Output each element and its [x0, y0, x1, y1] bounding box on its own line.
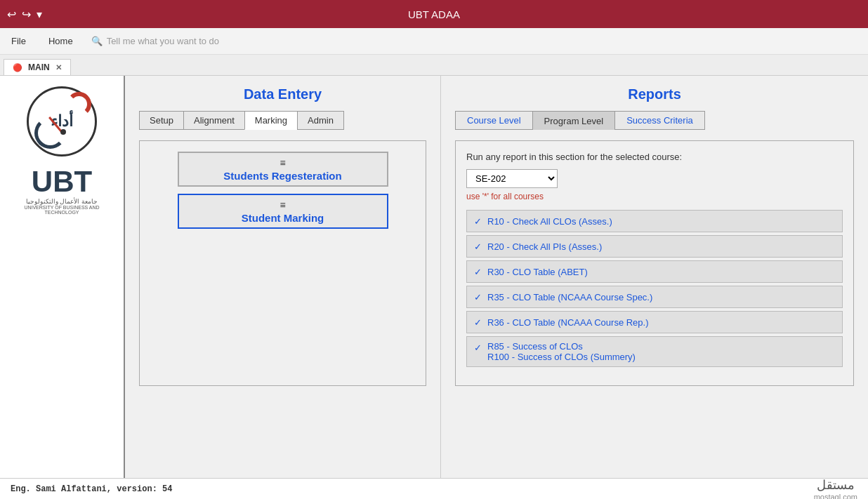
sidebar: أداء UBT جامعة الأعمال والتكنولوجيا UNIV… [0, 76, 125, 478]
panels-row: أداء UBT جامعة الأعمال والتكنولوجيا UNIV… [0, 76, 868, 478]
reports-panel: Reports Course Level Program Level Succe… [441, 76, 868, 478]
main-tab-label: MAIN [28, 62, 50, 72]
undo-icon[interactable]: ↩ [7, 8, 16, 21]
data-entry-title: Data Entery [139, 86, 426, 102]
close-tab-icon[interactable]: ✕ [55, 63, 62, 72]
tab-admin[interactable]: Admin [297, 111, 344, 130]
file-menu[interactable]: File [7, 33, 30, 49]
footer: Eng. Sami Alfattani, version: 54 مستقل m… [0, 478, 868, 499]
students-reg-label: Students Regesteration [223, 170, 341, 182]
footer-logo-arabic: مستقل [814, 477, 857, 493]
footer-logo: مستقل mostaql.com [814, 477, 857, 500]
report-item-r10[interactable]: ✓ R10 - Check All CLOs (Asses.) [466, 210, 843, 232]
title-bar-controls: ↩ ↪ ▾ [7, 8, 42, 21]
report-list: ✓ R10 - Check All CLOs (Asses.) ✓ R20 - … [466, 210, 843, 367]
check-icon-r20: ✓ [474, 241, 482, 252]
app-title: UBT ADAA [408, 8, 460, 20]
data-entry-panel: Data Entery Setup Alignment Marking Admi… [125, 76, 441, 478]
tab-program-level[interactable]: Program Level [532, 111, 615, 130]
student-marking-icon: ≡ [280, 199, 285, 211]
logo-dot [60, 129, 66, 135]
home-menu[interactable]: Home [44, 33, 77, 49]
content-wrapper: أداء UBT جامعة الأعمال والتكنولوجيا UNIV… [0, 76, 868, 499]
report-item-r10-label: R10 - Check All CLOs (Asses.) [487, 216, 612, 227]
report-item-r85-label: R85 - Success of CLOs [487, 341, 636, 352]
report-item-r20-label: R20 - Check All PIs (Asses.) [487, 241, 602, 252]
reports-panel-inner: Run any report in this section for the s… [455, 140, 854, 386]
footer-version-text: Eng. Sami Alfattani, version: 54 [11, 484, 172, 494]
report-item-r36-label: R36 - CLO Table (NCAAA Course Rep.) [487, 317, 649, 328]
student-marking-label: Student Marking [242, 212, 324, 224]
footer-logo-english: mostaql.com [814, 493, 857, 500]
reports-title: Reports [455, 86, 854, 102]
search-bar: 🔍 Tell me what you want to do [91, 36, 219, 46]
course-select[interactable]: SE-202 [466, 169, 558, 188]
report-item-r35-label: R35 - CLO Table (NCAAA Course Spec.) [487, 292, 652, 302]
tab-marking[interactable]: Marking [244, 111, 297, 130]
report-item-r20[interactable]: ✓ R20 - Check All PIs (Asses.) [466, 235, 843, 258]
redo-icon[interactable]: ↪ [22, 8, 31, 21]
report-item-r35[interactable]: ✓ R35 - CLO Table (NCAAA Course Spec.) [466, 286, 843, 308]
tab-course-level[interactable]: Course Level [455, 111, 532, 130]
tab-bar: 🔴 MAIN ✕ [0, 55, 868, 76]
search-placeholder[interactable]: Tell me what you want to do [107, 36, 219, 46]
english-subtitle: UNIVERSITY OF BUSINESS AND TECHNOLOGY [7, 205, 117, 215]
data-panel-inner: ≡ Students Regesteration ≡ Student Marki… [139, 140, 426, 386]
multi-report-lines: R85 - Success of CLOs R100 - Success of … [487, 341, 636, 362]
hint-text: use '*' for all courses [466, 192, 843, 201]
report-item-r85-r100[interactable]: ✓ R85 - Success of CLOs R100 - Success o… [466, 336, 843, 367]
tab-alignment[interactable]: Alignment [183, 111, 244, 130]
check-icon-r36: ✓ [474, 317, 482, 328]
arabic-subtitle: جامعة الأعمال والتكنولوجيا [26, 198, 98, 205]
tab-icon: 🔴 [13, 63, 22, 72]
report-item-r30[interactable]: ✓ R30 - CLO Table (ABET) [466, 260, 843, 283]
report-item-r100-label: R100 - Success of CLOs (Summery) [487, 352, 636, 362]
tab-success-criteria[interactable]: Success Criteria [614, 111, 705, 130]
reports-tabs: Course Level Program Level Success Crite… [455, 111, 854, 130]
student-marking-button[interactable]: ≡ Student Marking [178, 194, 388, 229]
ubt-logo-text: UBT [32, 167, 92, 197]
main-tab[interactable]: 🔴 MAIN ✕ [4, 59, 71, 75]
title-bar: ↩ ↪ ▾ UBT ADAA [0, 0, 868, 28]
check-icon-r30: ✓ [474, 267, 482, 277]
dropdown-icon[interactable]: ▾ [37, 8, 42, 21]
tab-setup[interactable]: Setup [139, 111, 183, 130]
logo-circle: أداء [27, 86, 97, 157]
data-entry-tabs: Setup Alignment Marking Admin [139, 111, 426, 130]
check-icon-r10: ✓ [474, 216, 482, 227]
report-item-r30-label: R30 - CLO Table (ABET) [487, 267, 588, 277]
check-icon-r35: ✓ [474, 292, 482, 302]
menu-bar: File Home 🔍 Tell me what you want to do [0, 28, 868, 55]
check-icon-r85: ✓ [474, 342, 482, 353]
course-selector-row: SE-202 [466, 169, 843, 188]
report-item-r36[interactable]: ✓ R36 - CLO Table (NCAAA Course Rep.) [466, 311, 843, 333]
logo-arc-red [67, 92, 91, 117]
students-reg-icon: ≡ [280, 157, 285, 168]
search-icon: 🔍 [91, 36, 103, 46]
report-instruction: Run any report in this section for the s… [466, 152, 843, 162]
students-registration-button[interactable]: ≡ Students Regesteration [178, 152, 388, 187]
